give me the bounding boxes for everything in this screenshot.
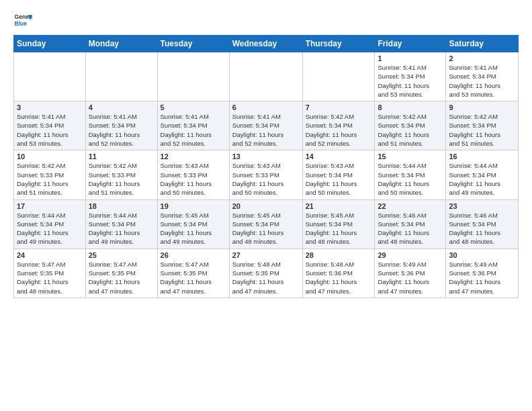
calendar-cell: 5Sunrise: 5:41 AMSunset: 5:34 PMDaylight…	[157, 101, 229, 150]
day-number: 3	[17, 103, 83, 111]
day-info: Sunrise: 5:48 AMSunset: 5:36 PMDaylight:…	[306, 260, 372, 295]
calendar-cell: 4Sunrise: 5:41 AMSunset: 5:34 PMDaylight…	[85, 101, 157, 150]
day-info: Sunrise: 5:47 AMSunset: 5:35 PMDaylight:…	[89, 260, 154, 295]
calendar-cell: 18Sunrise: 5:44 AMSunset: 5:34 PMDayligh…	[85, 199, 157, 248]
calendar-cell: 19Sunrise: 5:45 AMSunset: 5:34 PMDayligh…	[157, 199, 229, 248]
day-info: Sunrise: 5:41 AMSunset: 5:34 PMDaylight:…	[449, 63, 515, 99]
day-info: Sunrise: 5:43 AMSunset: 5:33 PMDaylight:…	[232, 161, 300, 197]
calendar-cell: 1Sunrise: 5:41 AMSunset: 5:34 PMDaylight…	[375, 52, 446, 101]
calendar-cell: 27Sunrise: 5:48 AMSunset: 5:35 PMDayligh…	[229, 248, 302, 298]
day-info: Sunrise: 5:43 AMSunset: 5:33 PMDaylight:…	[161, 161, 226, 197]
calendar-cell: 28Sunrise: 5:48 AMSunset: 5:36 PMDayligh…	[302, 248, 375, 298]
calendar-cell	[157, 52, 229, 101]
day-info: Sunrise: 5:47 AMSunset: 5:35 PMDaylight:…	[17, 260, 83, 295]
day-info: Sunrise: 5:45 AMSunset: 5:34 PMDaylight:…	[306, 211, 372, 246]
day-number: 8	[378, 103, 443, 111]
day-number: 20	[232, 202, 300, 210]
day-info: Sunrise: 5:41 AMSunset: 5:34 PMDaylight:…	[378, 63, 443, 99]
day-info: Sunrise: 5:43 AMSunset: 5:34 PMDaylight:…	[306, 161, 372, 197]
day-number: 26	[161, 251, 226, 259]
day-number: 10	[17, 152, 83, 161]
day-number: 1	[378, 54, 443, 62]
day-info: Sunrise: 5:41 AMSunset: 5:34 PMDaylight:…	[89, 112, 154, 148]
calendar-cell: 6Sunrise: 5:41 AMSunset: 5:34 PMDaylight…	[229, 101, 302, 150]
col-header-friday: Friday	[375, 36, 446, 52]
col-header-wednesday: Wednesday	[229, 36, 302, 52]
day-number: 25	[89, 251, 154, 259]
calendar-cell: 30Sunrise: 5:49 AMSunset: 5:36 PMDayligh…	[446, 248, 519, 298]
page: General Blue SundayMondayTuesdayWednesda…	[0, 0, 532, 306]
col-header-saturday: Saturday	[446, 36, 519, 52]
day-info: Sunrise: 5:44 AMSunset: 5:34 PMDaylight:…	[378, 161, 443, 197]
day-number: 9	[449, 103, 515, 111]
calendar-cell: 21Sunrise: 5:45 AMSunset: 5:34 PMDayligh…	[302, 199, 375, 248]
day-info: Sunrise: 5:45 AMSunset: 5:34 PMDaylight:…	[161, 211, 226, 246]
day-number: 18	[89, 202, 154, 210]
day-info: Sunrise: 5:47 AMSunset: 5:35 PMDaylight:…	[161, 260, 226, 295]
calendar-cell: 3Sunrise: 5:41 AMSunset: 5:34 PMDaylight…	[14, 101, 86, 150]
day-info: Sunrise: 5:46 AMSunset: 5:34 PMDaylight:…	[449, 211, 515, 246]
day-info: Sunrise: 5:49 AMSunset: 5:36 PMDaylight:…	[378, 260, 443, 295]
day-info: Sunrise: 5:44 AMSunset: 5:34 PMDaylight:…	[17, 211, 83, 246]
calendar-cell: 12Sunrise: 5:43 AMSunset: 5:33 PMDayligh…	[157, 150, 229, 199]
calendar-cell: 14Sunrise: 5:43 AMSunset: 5:34 PMDayligh…	[302, 150, 375, 199]
day-info: Sunrise: 5:41 AMSunset: 5:34 PMDaylight:…	[17, 112, 83, 148]
day-number: 19	[161, 202, 226, 210]
day-number: 13	[232, 152, 300, 161]
col-header-tuesday: Tuesday	[157, 36, 229, 52]
col-header-sunday: Sunday	[14, 36, 86, 52]
calendar-cell	[302, 52, 375, 101]
calendar-cell: 22Sunrise: 5:46 AMSunset: 5:34 PMDayligh…	[375, 199, 446, 248]
day-number: 2	[449, 54, 515, 62]
day-info: Sunrise: 5:46 AMSunset: 5:34 PMDaylight:…	[378, 211, 443, 246]
calendar-cell: 2Sunrise: 5:41 AMSunset: 5:34 PMDaylight…	[446, 52, 519, 101]
logo: General Blue	[13, 11, 32, 30]
day-info: Sunrise: 5:45 AMSunset: 5:34 PMDaylight:…	[232, 211, 300, 246]
col-header-thursday: Thursday	[302, 36, 375, 52]
day-info: Sunrise: 5:42 AMSunset: 5:33 PMDaylight:…	[17, 161, 83, 197]
day-number: 30	[449, 251, 515, 259]
day-number: 16	[449, 152, 515, 161]
calendar-cell: 16Sunrise: 5:44 AMSunset: 5:34 PMDayligh…	[446, 150, 519, 199]
col-header-monday: Monday	[85, 36, 157, 52]
calendar-week-row: 17Sunrise: 5:44 AMSunset: 5:34 PMDayligh…	[14, 199, 519, 248]
calendar-cell: 13Sunrise: 5:43 AMSunset: 5:33 PMDayligh…	[229, 150, 302, 199]
calendar-cell: 20Sunrise: 5:45 AMSunset: 5:34 PMDayligh…	[229, 199, 302, 248]
calendar-cell: 29Sunrise: 5:49 AMSunset: 5:36 PMDayligh…	[375, 248, 446, 298]
day-number: 17	[17, 202, 83, 210]
day-info: Sunrise: 5:41 AMSunset: 5:34 PMDaylight:…	[161, 112, 226, 148]
day-number: 23	[449, 202, 515, 210]
day-number: 21	[306, 202, 372, 210]
calendar-week-row: 24Sunrise: 5:47 AMSunset: 5:35 PMDayligh…	[14, 248, 519, 298]
day-number: 27	[232, 251, 300, 259]
calendar-cell: 23Sunrise: 5:46 AMSunset: 5:34 PMDayligh…	[446, 199, 519, 248]
day-info: Sunrise: 5:44 AMSunset: 5:34 PMDaylight:…	[449, 161, 515, 197]
day-number: 14	[306, 152, 372, 161]
calendar-cell: 26Sunrise: 5:47 AMSunset: 5:35 PMDayligh…	[157, 248, 229, 298]
svg-text:Blue: Blue	[15, 20, 28, 27]
calendar-cell	[229, 52, 302, 101]
logo-icon: General Blue	[13, 11, 32, 30]
calendar-cell: 8Sunrise: 5:42 AMSunset: 5:34 PMDaylight…	[375, 101, 446, 150]
day-number: 6	[232, 103, 300, 111]
day-info: Sunrise: 5:49 AMSunset: 5:36 PMDaylight:…	[449, 260, 515, 295]
day-number: 22	[378, 202, 443, 210]
calendar-cell: 24Sunrise: 5:47 AMSunset: 5:35 PMDayligh…	[14, 248, 86, 298]
header: General Blue	[13, 11, 519, 30]
day-number: 15	[378, 152, 443, 161]
calendar-cell	[85, 52, 157, 101]
day-info: Sunrise: 5:41 AMSunset: 5:34 PMDaylight:…	[232, 112, 300, 148]
calendar-cell: 9Sunrise: 5:42 AMSunset: 5:34 PMDaylight…	[446, 101, 519, 150]
calendar-table: SundayMondayTuesdayWednesdayThursdayFrid…	[13, 35, 519, 298]
calendar-week-row: 1Sunrise: 5:41 AMSunset: 5:34 PMDaylight…	[14, 52, 519, 101]
calendar-cell: 7Sunrise: 5:42 AMSunset: 5:34 PMDaylight…	[302, 101, 375, 150]
day-info: Sunrise: 5:42 AMSunset: 5:33 PMDaylight:…	[89, 161, 154, 197]
calendar-cell: 25Sunrise: 5:47 AMSunset: 5:35 PMDayligh…	[85, 248, 157, 298]
day-info: Sunrise: 5:42 AMSunset: 5:34 PMDaylight:…	[378, 112, 443, 148]
day-info: Sunrise: 5:42 AMSunset: 5:34 PMDaylight:…	[449, 112, 515, 148]
day-info: Sunrise: 5:48 AMSunset: 5:35 PMDaylight:…	[232, 260, 300, 295]
calendar-cell: 15Sunrise: 5:44 AMSunset: 5:34 PMDayligh…	[375, 150, 446, 199]
day-number: 11	[89, 152, 154, 161]
day-number: 4	[89, 103, 154, 111]
day-number: 12	[161, 152, 226, 161]
